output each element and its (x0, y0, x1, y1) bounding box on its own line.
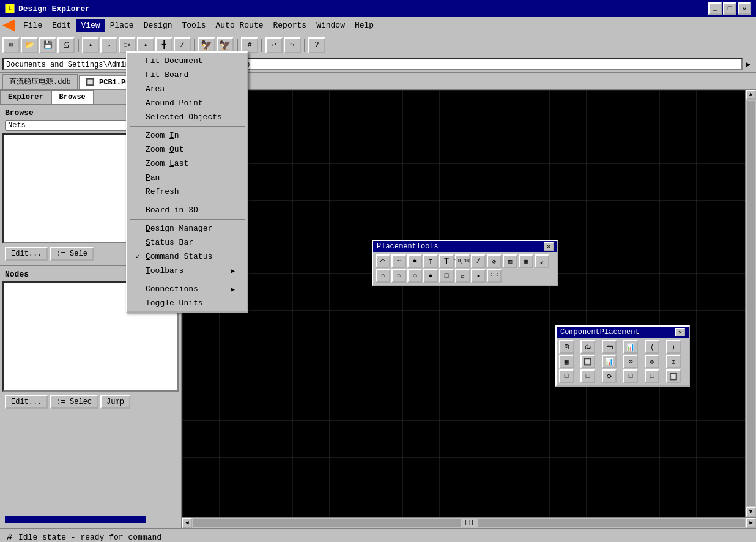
scroll-track-h2[interactable] (478, 519, 745, 527)
pt-btn-row2-4[interactable]: ○ (391, 269, 406, 283)
view-fit-board[interactable]: Fit Board (127, 68, 247, 82)
pt-btn-row2-7[interactable]: □ (439, 269, 454, 283)
toolbar-btn11[interactable]: 🦅 (198, 37, 215, 53)
cp-btn-9[interactable]: 📊 (602, 355, 617, 368)
pt-btn-wave[interactable]: ~ (391, 254, 406, 268)
pt-btn-circle[interactable]: ● (407, 254, 422, 268)
toolbar-undo[interactable]: ↩ (265, 37, 283, 53)
toolbar-grid[interactable]: # (241, 37, 258, 53)
cp-btn-13[interactable]: □ (559, 369, 574, 383)
scroll-right-button[interactable]: ▶ (746, 518, 756, 528)
nodes-select-button[interactable]: := Selec (50, 395, 98, 409)
tab-ddb[interactable]: 直流稳压电源.ddb (2, 74, 78, 89)
toolbar-redo[interactable]: ↪ (284, 37, 301, 53)
toolbar-btn5[interactable]: ✦ (82, 37, 99, 53)
pt-btn-row2-8[interactable]: ▱ (455, 269, 470, 283)
toolbar-btn6[interactable]: ↗ (100, 37, 117, 53)
toolbar-save[interactable]: 💾 (39, 37, 56, 53)
cp-btn-16[interactable]: □ (623, 369, 638, 383)
cp-btn-12[interactable]: ⊞ (666, 355, 681, 368)
scroll-left-button[interactable]: ◀ (182, 518, 192, 528)
scroll-down-button[interactable]: ▼ (746, 507, 756, 517)
menu-autoroute[interactable]: Auto Route (211, 19, 269, 32)
pt-btn-coord[interactable]: 10,10 (455, 254, 470, 268)
menu-tools[interactable]: Tools (177, 19, 210, 32)
cp-btn-6[interactable]: ⟩ (666, 340, 681, 354)
cp-btn-8[interactable]: 🔲 (580, 355, 595, 368)
cp-btn-18[interactable]: 🔲 (666, 369, 681, 383)
menu-edit[interactable]: Edit (47, 19, 76, 32)
menu-view[interactable]: View (76, 19, 105, 32)
menu-design[interactable]: Design (139, 19, 177, 32)
comp-placement-close[interactable]: ✕ (675, 328, 685, 336)
placement-tools-close[interactable]: ✕ (544, 242, 554, 251)
cp-btn-1[interactable]: 🖹 (559, 340, 574, 354)
scroll-track-h[interactable] (193, 519, 461, 527)
view-zoom-last[interactable]: Zoom Last (127, 157, 247, 171)
pt-btn-cross[interactable]: ⊗ (487, 254, 502, 268)
pt-btn-row2-2[interactable]: ↙ (535, 254, 549, 268)
cp-btn-17[interactable]: □ (645, 369, 659, 383)
toolbar-open[interactable]: 📂 (21, 37, 38, 53)
toolbar-btn9[interactable]: ╋ (155, 37, 172, 53)
cp-btn-3[interactable]: 🗃 (602, 340, 617, 354)
view-fit-document[interactable]: Fit Document (127, 54, 247, 68)
panel-tab-explorer[interactable]: Explorer (0, 90, 51, 104)
nodes-edit-button[interactable]: Edit... (5, 395, 48, 409)
cp-btn-2[interactable]: 🗂 (580, 340, 595, 354)
address-input[interactable] (2, 58, 743, 70)
maximize-button[interactable]: □ (723, 2, 736, 15)
view-status-bar[interactable]: Status Bar (127, 236, 247, 250)
cp-btn-10[interactable]: ∞ (623, 355, 638, 368)
pt-btn-slash[interactable]: / (471, 254, 486, 268)
view-command-status[interactable]: Command Status (127, 250, 247, 264)
pt-btn-row2-5[interactable]: ○ (407, 269, 422, 283)
comp-placement-title-bar[interactable]: ComponentPlacement ✕ (557, 327, 689, 338)
view-toolbars[interactable]: Toolbars▶ (127, 264, 247, 278)
minimize-button[interactable]: _ (708, 2, 722, 15)
pt-btn-text[interactable]: T (439, 254, 454, 268)
view-zoom-out[interactable]: Zoom Out (127, 143, 247, 157)
scroll-track-v[interactable] (747, 101, 755, 506)
toolbar-btn10[interactable]: / (174, 37, 191, 53)
pt-btn-row2-6[interactable]: ● (423, 269, 438, 283)
cp-btn-14[interactable]: □ (580, 369, 595, 383)
menu-file[interactable]: File (18, 19, 47, 32)
view-refresh[interactable]: Refresh (127, 185, 247, 199)
view-connections[interactable]: Connections▶ (127, 282, 247, 296)
cp-btn-4[interactable]: 📊 (623, 340, 638, 354)
menu-window[interactable]: Window (311, 19, 350, 32)
cp-btn-7[interactable]: ▦ (559, 355, 574, 368)
view-around-point[interactable]: Around Point (127, 96, 247, 110)
view-zoom-in[interactable]: Zoom In (127, 128, 247, 143)
pt-btn-row2-9[interactable]: ▪ (471, 269, 486, 283)
pt-btn-row2-10[interactable]: ⋮⋮ (487, 269, 502, 283)
view-board-3d[interactable]: Board in 3D (127, 203, 247, 217)
view-design-manager[interactable]: Design Manager (127, 221, 247, 236)
pt-btn-hatch[interactable]: ▨ (503, 254, 517, 268)
view-pan[interactable]: Pan (127, 171, 247, 185)
close-button[interactable]: ✕ (738, 2, 751, 15)
placement-tools-title-bar[interactable]: PlacementTools ✕ (373, 241, 557, 252)
pt-btn-row2-3[interactable]: ○ (376, 269, 390, 283)
view-toggle-units[interactable]: Toggle Units (127, 296, 247, 310)
edit-button[interactable]: Edit... (5, 247, 48, 261)
cp-btn-5[interactable]: ⟨ (645, 340, 659, 354)
menu-place[interactable]: Place (105, 19, 139, 32)
select-button[interactable]: := Sele (50, 247, 93, 261)
toolbar-btn7[interactable]: □☓ (119, 37, 136, 53)
view-area[interactable]: Area (127, 82, 247, 96)
cp-btn-15[interactable]: ⟳ (602, 369, 617, 383)
toolbar-new[interactable]: ⊞ (2, 37, 20, 53)
toolbar-btn8[interactable]: ✦ (137, 37, 154, 53)
toolbar-btn12[interactable]: 🦅 (217, 37, 234, 53)
pt-btn-arc[interactable]: ⌒ (376, 254, 390, 268)
scroll-up-button[interactable]: ▲ (746, 90, 756, 100)
toolbar-print[interactable]: 🖨 (57, 37, 75, 53)
pt-btn-pin[interactable]: ⊤ (423, 254, 438, 268)
address-scroll-right[interactable]: ▶ (743, 58, 754, 71)
cp-btn-11[interactable]: ⊕ (645, 355, 659, 368)
canvas-area[interactable]: PlacementTools ✕ ⌒ ~ ● ⊤ T 10,10 / ⊗ ▨ ▦ (182, 90, 745, 517)
menu-reports[interactable]: Reports (269, 19, 312, 32)
menu-help[interactable]: Help (350, 19, 379, 32)
